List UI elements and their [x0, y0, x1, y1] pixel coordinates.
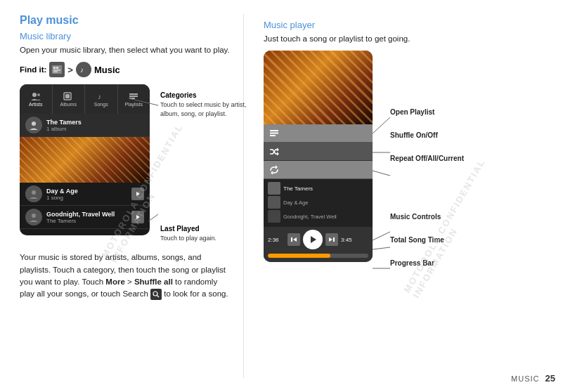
prev-btn[interactable] — [288, 233, 300, 246]
tab-playlists[interactable]: Playlists — [118, 84, 150, 114]
page-footer: MUSIC 25 — [511, 373, 555, 384]
svg-rect-1 — [53, 67, 56, 69]
svg-rect-9 — [65, 94, 70, 98]
music-controls-callout: Music Controls — [390, 213, 464, 221]
svg-line-20 — [148, 214, 158, 221]
categories-desc: Touch to select music by artist, album, … — [160, 100, 255, 118]
shuffle-btn[interactable] — [264, 143, 373, 161]
svg-rect-11 — [129, 93, 138, 95]
last-played-title: Last Played — [160, 225, 252, 233]
tab-albums-label: Albums — [60, 102, 77, 107]
avatar-tamers — [25, 117, 42, 133]
bottom-text: Your music is stored by artists, albums,… — [20, 251, 231, 300]
list-item-dayage[interactable]: Day & Age 1 song — [20, 183, 150, 206]
svg-rect-3 — [53, 70, 60, 71]
transport-bar: 2:36 3:45 — [264, 227, 373, 252]
svg-point-7 — [37, 93, 40, 96]
time-elapsed: 2:36 — [268, 237, 285, 243]
track-artist: The Tamers — [283, 185, 313, 192]
music-label: Music — [94, 65, 120, 75]
svg-rect-24 — [270, 132, 278, 133]
svg-rect-13 — [129, 98, 135, 99]
svg-point-21 — [153, 292, 157, 296]
avatar-dayage — [25, 185, 42, 202]
svg-rect-27 — [291, 237, 292, 242]
progress-section — [264, 252, 373, 262]
song-track-icon — [268, 210, 280, 223]
page-title: Play music — [20, 14, 231, 27]
svg-rect-2 — [56, 67, 58, 69]
categories-callout: Categories Touch to select music by arti… — [160, 91, 255, 118]
song-sub-goodnight: The Tamers — [46, 218, 131, 224]
right-controls — [264, 124, 373, 179]
music-player-title: Music player — [264, 20, 555, 30]
list-item-tamers[interactable]: The Tamers 1 album — [20, 114, 150, 137]
footer-page-number: 25 — [545, 373, 555, 384]
open-playlist-btn[interactable] — [264, 124, 373, 143]
svg-text:♪: ♪ — [98, 93, 101, 100]
svg-rect-25 — [270, 135, 276, 136]
tab-bar: Artists Albums ♪ Songs Playlists — [20, 84, 150, 114]
open-playlist-callout: Open Playlist — [390, 108, 464, 116]
song-name-goodnight: Goodnight, Travel Well — [46, 211, 131, 218]
svg-point-15 — [32, 190, 36, 195]
svg-point-6 — [32, 93, 37, 97]
section-title-music-library: Music library — [20, 31, 231, 41]
album-track-icon — [268, 196, 280, 209]
album-art-right — [264, 51, 373, 124]
list-item-goodnight[interactable]: Goodnight, Travel Well The Tamers — [20, 206, 150, 229]
artist-track-icon — [268, 182, 280, 195]
app-icon — [49, 62, 65, 77]
find-it-row: Find it: > ♪ Music — [20, 62, 231, 77]
phone-right: The Tamers Day & Age Goodnight, Travel W… — [264, 51, 373, 262]
svg-rect-30 — [333, 237, 335, 242]
album-art-left — [20, 137, 150, 183]
artist-sub-tamers: 1 album — [46, 126, 144, 132]
svg-text:♪: ♪ — [80, 66, 84, 74]
next-btn[interactable] — [325, 233, 338, 246]
play-btn-goodnight[interactable] — [131, 211, 144, 223]
footer-music-label: MUSIC — [511, 374, 539, 383]
intro-text: Open your music library, then select wha… — [20, 44, 231, 56]
tab-songs-label: Songs — [94, 102, 108, 107]
svg-point-17 — [32, 214, 36, 218]
play-btn-dayage[interactable] — [131, 188, 144, 200]
svg-point-14 — [32, 122, 36, 126]
song-sub-dayage: 1 song — [46, 195, 131, 201]
find-it-label: Find it: — [20, 65, 46, 74]
artist-name-tamers: The Tamers — [46, 119, 144, 126]
svg-rect-23 — [270, 130, 278, 131]
tab-songs[interactable]: ♪ Songs — [85, 84, 118, 114]
time-total: 3:45 — [341, 237, 358, 243]
repeat-callout: Repeat Off/All/Current — [390, 155, 464, 162]
svg-rect-4 — [53, 72, 58, 73]
progress-bar-track[interactable] — [268, 254, 368, 258]
track-info: The Tamers Day & Age Goodnight, Travel W… — [264, 179, 373, 227]
total-song-time-callout: Total Song Time — [390, 236, 464, 244]
last-played-callout: Last Played Touch to play again. — [160, 225, 252, 243]
tab-playlists-label: Playlists — [124, 102, 143, 107]
shuffle-callout: Shuffle On/Off — [390, 131, 464, 139]
music-player-desc: Just touch a song or playlist to get goi… — [264, 33, 555, 45]
svg-marker-28 — [311, 236, 316, 243]
music-icon-circle: ♪ — [76, 62, 91, 77]
song-name-dayage: Day & Age — [46, 188, 131, 195]
svg-marker-18 — [136, 215, 140, 219]
categories-title: Categories — [160, 91, 255, 99]
progress-bar-callout: Progress Bar — [390, 259, 464, 267]
tab-albums[interactable]: Albums — [53, 84, 86, 114]
chevron-icon: > — [67, 65, 73, 75]
track-song: Goodnight, Travel Well — [283, 214, 337, 220]
tab-artists[interactable]: Artists — [20, 84, 53, 114]
svg-marker-29 — [329, 237, 332, 242]
avatar-goodnight — [25, 209, 42, 226]
play-btn-main[interactable] — [303, 230, 323, 249]
track-album: Day & Age — [283, 200, 308, 206]
svg-rect-12 — [129, 96, 138, 97]
svg-marker-16 — [136, 192, 140, 196]
repeat-btn[interactable] — [264, 161, 373, 179]
last-played-desc: Touch to play again. — [160, 234, 252, 243]
svg-line-22 — [157, 295, 160, 297]
progress-bar-fill — [268, 254, 330, 258]
tab-artists-label: Artists — [29, 102, 42, 107]
